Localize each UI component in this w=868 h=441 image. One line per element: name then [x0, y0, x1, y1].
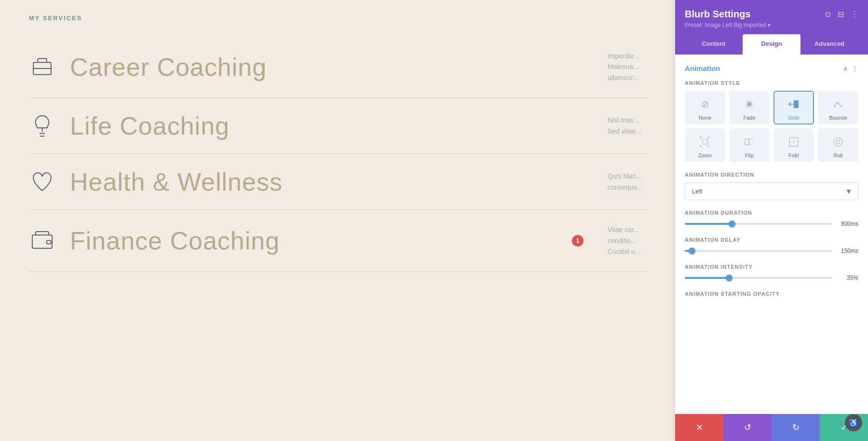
cancel-button[interactable]: ✕ — [675, 414, 723, 441]
anim-fold[interactable]: Fold — [773, 128, 814, 162]
animation-section-header: Animation ∧ ⋮ — [685, 64, 858, 72]
service-item-career[interactable]: Career Coaching Imperdie... Malesua... u… — [29, 36, 646, 98]
briefcase-icon — [29, 54, 55, 80]
columns-icon[interactable]: ⊟ — [838, 10, 844, 19]
career-coaching-title: Career Coaching — [70, 55, 267, 80]
animation-section-label: Animation — [685, 64, 720, 72]
tab-advanced[interactable]: Advanced — [800, 34, 858, 55]
animation-direction-label: Animation Direction — [685, 172, 858, 178]
svg-rect-5 — [32, 235, 52, 248]
delay-slider-track[interactable] — [685, 250, 832, 252]
intensity-slider-row: 35% — [685, 275, 858, 281]
duration-slider-track[interactable] — [685, 223, 832, 225]
service-item-health[interactable]: Health & Wellness Quis blan... consequa.… — [29, 154, 646, 210]
fold-icon — [786, 134, 801, 150]
bounce-label: Bounce — [829, 115, 847, 121]
life-coaching-text: Nisl mas... Sed vitae... — [588, 115, 646, 137]
main-content: MY SERVICES Career Coaching Imperdie... … — [0, 0, 675, 441]
anim-fade[interactable]: Fade — [729, 91, 770, 124]
roll-label: Roll — [834, 152, 843, 158]
delay-slider-thumb — [689, 248, 695, 254]
health-text: Quis blan... consequa... — [588, 171, 646, 193]
wallet-icon — [29, 227, 55, 254]
animation-duration-group: Animation Duration 800ms — [685, 210, 858, 227]
anim-bounce[interactable]: Bounce — [818, 91, 858, 124]
zoom-icon — [697, 134, 713, 150]
panel-preset[interactable]: Preset: Image Left Big imported ▾ — [685, 22, 858, 28]
anim-none[interactable]: ⊘ None — [685, 91, 725, 124]
reset-icon[interactable]: ⊙ — [825, 10, 831, 19]
intensity-value: 35% — [837, 275, 858, 281]
animation-duration-label: Animation Duration — [685, 210, 858, 216]
panel-body: Animation ∧ ⋮ Animation Style ⊘ None — [675, 55, 868, 414]
flip-icon — [742, 134, 757, 150]
direction-select[interactable]: Left Right Top Bottom — [685, 182, 858, 200]
panel-header-icons: ⊙ ⊟ ⋮ — [825, 10, 858, 19]
fade-label: Fade — [743, 115, 755, 121]
delay-slider-row: 150ms — [685, 248, 858, 254]
bottom-toolbar: ✕ ↺ ↻ ✓ — [675, 414, 868, 441]
tab-design[interactable]: Design — [743, 34, 800, 55]
animation-style-label: Animation Style — [685, 80, 858, 86]
starting-opacity-label: Animation Starting Opacity — [685, 291, 858, 297]
slide-label: Slide — [788, 115, 800, 121]
section-more-icon[interactable]: ⋮ — [852, 65, 858, 72]
fade-icon — [742, 96, 757, 112]
tab-content[interactable]: Content — [685, 34, 743, 55]
duration-value: 800ms — [837, 220, 858, 227]
svg-rect-6 — [47, 241, 51, 244]
animation-delay-label: Animation Delay — [685, 237, 858, 243]
fold-label: Fold — [788, 152, 799, 158]
intensity-slider-thumb — [726, 275, 732, 281]
service-item-life[interactable]: Life Coaching Nisl mas... Sed vitae... — [29, 98, 646, 154]
roll-icon — [830, 134, 846, 150]
finance-coaching-title: Finance Coaching — [70, 228, 280, 253]
animation-grid: ⊘ None Fade — [685, 91, 858, 162]
heart-icon — [29, 168, 55, 195]
service-item-finance[interactable]: Finance Coaching Vitae cor... conditio..… — [29, 210, 646, 272]
animation-style-group: Animation Style ⊘ None Fade — [685, 80, 858, 162]
svg-rect-13 — [703, 139, 707, 144]
undo-button[interactable]: ↺ — [723, 414, 772, 441]
animation-intensity-group: Animation Intensity 35% — [685, 264, 858, 281]
animation-delay-group: Animation Delay 150ms — [685, 237, 858, 254]
panel-header: Blurb Settings ⊙ ⊟ ⋮ Preset: Image Left … — [675, 0, 868, 55]
intensity-slider-fill — [685, 277, 729, 279]
notification-badge: 1 — [572, 235, 583, 247]
animation-direction-group: Animation Direction Left Right Top Botto… — [685, 172, 858, 200]
accessibility-tool[interactable]: ♿ — [845, 414, 862, 431]
none-label: None — [699, 115, 711, 121]
flip-label: Flip — [745, 152, 754, 158]
anim-slide[interactable]: Slide — [773, 91, 814, 124]
zoom-label: Zoom — [698, 152, 712, 158]
anim-zoom[interactable]: Zoom — [685, 128, 725, 162]
section-controls: ∧ ⋮ — [843, 65, 858, 72]
svg-point-19 — [836, 140, 840, 144]
intensity-slider-track[interactable] — [685, 277, 832, 279]
panel-title: Blurb Settings — [685, 9, 751, 20]
svg-rect-14 — [745, 139, 749, 145]
svg-rect-9 — [794, 100, 799, 108]
more-icon[interactable]: ⋮ — [851, 10, 858, 19]
anim-roll[interactable]: Roll — [818, 128, 858, 162]
svg-point-8 — [747, 102, 751, 106]
animation-intensity-label: Animation Intensity — [685, 264, 858, 270]
lightbulb-icon — [29, 112, 55, 139]
anim-flip[interactable]: Flip — [729, 128, 770, 162]
panel-tabs: Content Design Advanced — [685, 34, 858, 55]
career-coaching-text: Imperdie... Malesua... ullamcor... — [588, 51, 646, 83]
section-title: MY SERVICES — [29, 14, 646, 22]
svg-rect-15 — [750, 139, 754, 145]
collapse-icon[interactable]: ∧ — [843, 65, 848, 72]
life-coaching-title: Life Coaching — [70, 113, 230, 138]
redo-button[interactable]: ↻ — [772, 414, 820, 441]
delay-value: 150ms — [837, 248, 858, 254]
duration-slider-thumb — [729, 220, 735, 227]
duration-slider-row: 800ms — [685, 220, 858, 227]
animation-starting-opacity-group: Animation Starting Opacity — [685, 291, 858, 297]
direction-select-wrapper: Left Right Top Bottom ▼ — [685, 182, 858, 200]
settings-panel: Blurb Settings ⊙ ⊟ ⋮ Preset: Image Left … — [675, 0, 868, 441]
finance-coaching-text: Vitae cor... conditio... Curabit u... — [588, 224, 646, 257]
health-title: Health & Wellness — [70, 169, 283, 194]
duration-slider-fill — [685, 223, 732, 225]
